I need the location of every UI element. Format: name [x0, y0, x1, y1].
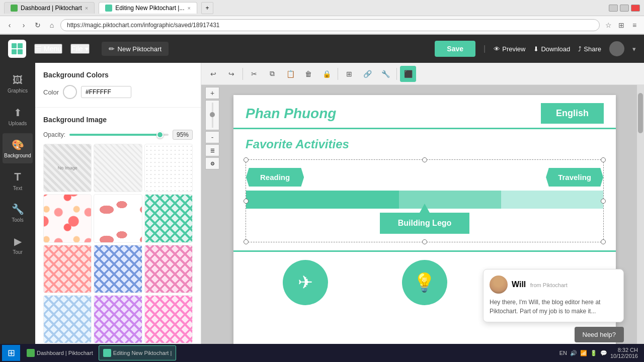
new-tab-button[interactable]: + — [201, 2, 213, 14]
zoom-out-button[interactable]: - — [205, 131, 219, 143]
taskbar-item-1[interactable]: Dashboard | Piktochart — [22, 345, 98, 360]
handle-bl[interactable] — [244, 239, 249, 244]
start-button[interactable]: ⊞ — [2, 345, 20, 361]
tab-close-dashboard[interactable]: × — [85, 5, 88, 11]
opacity-thumb[interactable] — [156, 131, 164, 138]
undo-button[interactable]: ↩ — [205, 66, 221, 82]
file-button[interactable]: File ▾ — [70, 44, 90, 54]
tab-close-editor[interactable]: × — [187, 5, 190, 11]
traveling-pill[interactable]: Traveling — [546, 168, 603, 187]
handle-tr[interactable] — [601, 157, 606, 162]
taskbar-icon-1 — [27, 349, 35, 357]
handle-mr[interactable] — [601, 199, 606, 204]
zoom-thumb[interactable] — [210, 112, 215, 117]
save-button[interactable]: Save — [435, 41, 475, 57]
color-swatch[interactable] — [63, 85, 77, 99]
opacity-slider[interactable] — [69, 130, 169, 140]
zoom-in-button[interactable]: + — [205, 87, 219, 99]
bg-thumb-ltblue-diamonds[interactable] — [43, 295, 92, 343]
lock-button[interactable]: 🔒 — [318, 66, 335, 82]
toolbar-sep-2 — [338, 68, 338, 80]
building-lego-pill[interactable]: Building Lego — [380, 213, 470, 234]
refresh-button[interactable]: ↻ — [32, 20, 43, 31]
paste-button[interactable]: 📋 — [282, 66, 298, 82]
english-badge[interactable]: English — [541, 103, 604, 124]
vertical-scrollbar[interactable] — [637, 85, 644, 362]
grid-button[interactable]: ⊞ — [341, 66, 357, 82]
reading-pill[interactable]: Reading — [246, 168, 304, 187]
sidebar-item-uploads[interactable]: ⬆ Uploads — [3, 101, 33, 131]
zoom-slider[interactable] — [205, 100, 219, 130]
bg-colors-title: Background Colors — [43, 71, 193, 79]
bar-seg-1 — [246, 191, 399, 209]
redo-button[interactable]: ↪ — [223, 66, 239, 82]
handle-tl[interactable] — [244, 157, 249, 162]
color-row: Color — [43, 85, 193, 99]
lightbulb-icon-circle: 💡 — [402, 260, 447, 305]
chat-user-name: Will from Piktochart — [512, 280, 568, 289]
list-view-button[interactable]: ☰ — [205, 144, 219, 156]
bg-thumb-purple-diamonds[interactable] — [94, 295, 142, 343]
bg-thumb-pink-diamonds[interactable] — [144, 245, 193, 293]
color-hex-input[interactable] — [81, 86, 131, 98]
delete-button[interactable]: 🗑 — [300, 66, 316, 82]
airplane-icon-circle: ✈ — [283, 260, 328, 305]
settings-button[interactable]: 🔧 — [377, 66, 393, 82]
taskbar-icon-2 — [103, 349, 111, 357]
scrollbar-thumb[interactable] — [638, 93, 643, 133]
maximize-button[interactable] — [620, 5, 629, 12]
bg-thumb-salmon-diamonds[interactable] — [43, 245, 92, 293]
handle-tm[interactable] — [422, 157, 427, 162]
back-button[interactable]: ‹ — [4, 20, 15, 31]
taskbar-sound-icon: 🔊 — [570, 350, 577, 356]
menu-icon[interactable]: ≡ — [629, 20, 640, 31]
settings-canvas-button[interactable]: ⚙ — [205, 157, 219, 169]
download-button[interactable]: ⬇ Download — [533, 45, 570, 53]
user-menu-chevron[interactable]: ▾ — [632, 45, 636, 53]
user-avatar[interactable] — [609, 41, 624, 56]
bg-thumb-watermelon[interactable] — [43, 194, 92, 242]
tab-dashboard[interactable]: Dashboard | Piktochart × — [4, 2, 95, 14]
sidebar-label-tour: Tour — [13, 249, 22, 255]
bookmark-icon[interactable]: ☆ — [603, 20, 614, 31]
preview-button[interactable]: 👁 Preview — [494, 45, 525, 53]
chat-message: Hey there, I'm Will, the blog editor her… — [490, 298, 617, 316]
need-help-button[interactable]: Need help? — [575, 327, 624, 342]
canvas-wrapper[interactable]: + - ☰ ⚙ Phan Phuong English — [201, 85, 644, 362]
bg-thumb-dots[interactable] — [144, 144, 193, 192]
home-button[interactable]: ⌂ — [46, 20, 57, 31]
forward-button[interactable]: › — [18, 20, 29, 31]
taskbar-label-1: Dashboard | Piktochart — [37, 350, 93, 356]
minimize-button[interactable] — [609, 5, 618, 12]
tab-editor[interactable]: Editing New Piktochart |... × — [99, 2, 197, 14]
sidebar-item-tools[interactable]: 🔧 Tools — [3, 198, 33, 228]
taskbar-item-2[interactable]: Editing New Piktochart | — [99, 345, 177, 360]
bg-thumb-watermelon2[interactable] — [94, 194, 142, 242]
link-button[interactable]: 🔗 — [359, 66, 375, 82]
share-button[interactable]: ⤴ Share — [578, 45, 601, 53]
bg-thumb-blue-diamonds[interactable] — [94, 245, 142, 293]
handle-bm[interactable] — [422, 239, 427, 244]
block-button[interactable]: ⬛ — [400, 66, 416, 82]
sidebar-item-graphics[interactable]: 🖼 Graphics — [3, 69, 33, 99]
bg-no-image[interactable]: No Image — [43, 144, 92, 192]
bar-seg-3 — [501, 191, 603, 209]
sidebar-item-text[interactable]: T Text — [3, 165, 33, 196]
sidebar-item-background[interactable]: 🎨 Background — [3, 133, 33, 163]
url-input[interactable]: https://magic.piktochart.com/infographic… — [60, 19, 600, 31]
bg-thumb-gray[interactable] — [94, 144, 142, 192]
selection-box[interactable]: Reading Traveling — [246, 159, 604, 242]
bg-thumb-teal-diamonds[interactable] — [144, 194, 193, 242]
copy-button[interactable]: ⧉ — [264, 66, 280, 82]
menu-button[interactable]: ☰ Menu — [34, 44, 62, 54]
bg-thumb-hotpink-diamonds[interactable] — [144, 295, 193, 343]
cut-button[interactable]: ✂ — [246, 66, 262, 82]
extensions-icon[interactable]: ⊞ — [616, 20, 627, 31]
new-piktochart-button[interactable]: ✏ New Piktochart — [102, 42, 169, 56]
sidebar-label-background: Background — [4, 153, 31, 158]
handle-ml[interactable] — [244, 199, 249, 204]
sidebar-item-tour[interactable]: ▶ Tour — [3, 230, 33, 260]
window-controls — [609, 5, 640, 12]
handle-br[interactable] — [601, 239, 606, 244]
close-button[interactable] — [631, 5, 640, 12]
